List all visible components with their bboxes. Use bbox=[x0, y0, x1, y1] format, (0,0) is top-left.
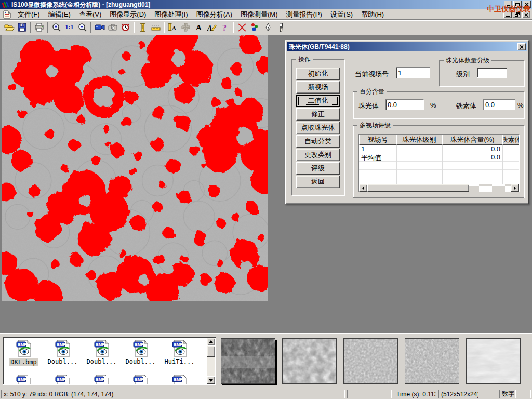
current-field-label: 当前视场号 bbox=[355, 70, 389, 79]
pick-pearlite-button[interactable]: 点取珠光体 bbox=[296, 122, 340, 134]
current-field-input[interactable] bbox=[396, 67, 430, 78]
scrollbar-thumb[interactable] bbox=[207, 345, 215, 357]
video-camera-icon[interactable] bbox=[93, 21, 106, 33]
maximize-button[interactable] bbox=[513, 1, 522, 8]
col-field[interactable]: 视场号 bbox=[359, 135, 396, 145]
menu-view[interactable]: 查看(V) bbox=[75, 9, 105, 20]
pearlite-unit: % bbox=[430, 101, 436, 109]
text-icon[interactable]: A bbox=[192, 21, 205, 33]
zoom-in-icon[interactable] bbox=[50, 21, 63, 33]
title-bar[interactable]: IS100显微摄像系统(金相分析版) - [zhuguangti01] bbox=[0, 0, 532, 9]
menu-help[interactable]: 帮助(H) bbox=[357, 9, 388, 20]
ruler-icon[interactable] bbox=[149, 21, 162, 33]
thumbnail[interactable] bbox=[282, 338, 337, 384]
file-item[interactable]: BMP Doubl... bbox=[43, 340, 82, 366]
table-hscrollbar[interactable] bbox=[359, 184, 519, 192]
thumbnail[interactable] bbox=[466, 338, 521, 384]
dialog-close-icon[interactable] bbox=[517, 43, 526, 50]
ferrite-percent-input[interactable] bbox=[483, 99, 515, 110]
zoom-out-icon[interactable] bbox=[76, 21, 89, 33]
brush-tool-icon[interactable] bbox=[274, 21, 287, 33]
file-list-scrollbar[interactable] bbox=[207, 338, 215, 384]
menu-settings[interactable]: 设置(S) bbox=[326, 9, 357, 20]
svg-text:A: A bbox=[207, 24, 212, 32]
file-item[interactable]: BMP bbox=[43, 375, 82, 385]
file-item[interactable]: BMP bbox=[4, 375, 43, 385]
file-list[interactable]: BMP DKF.bmp BMP Doubl... BMP Doubl... BM… bbox=[3, 337, 216, 385]
thumbnail[interactable] bbox=[343, 338, 398, 384]
correct-button[interactable]: 修正 bbox=[296, 108, 340, 121]
percent-group-label: 百分含量 bbox=[357, 87, 387, 96]
cell-pearlite: 0.0 bbox=[442, 145, 502, 153]
mdi-close-button[interactable] bbox=[522, 11, 530, 18]
col-ferrite[interactable]: 铁素体含量(%) bbox=[502, 135, 520, 145]
thumbnail[interactable] bbox=[221, 338, 275, 384]
file-item[interactable]: BMP DKF.bmp bbox=[4, 340, 43, 366]
curve-tool-icon[interactable] bbox=[235, 21, 248, 33]
level-input[interactable] bbox=[477, 68, 507, 78]
thumbnail[interactable] bbox=[405, 338, 459, 384]
table-body: 1 0.0 平均值 0.0 bbox=[359, 145, 519, 184]
grid-cross-icon[interactable] bbox=[179, 21, 192, 33]
auto-classify-button[interactable]: 自动分类 bbox=[296, 135, 340, 148]
caliper-icon[interactable] bbox=[136, 21, 149, 33]
menu-edit[interactable]: 编辑(E) bbox=[44, 9, 75, 20]
scroll-down-icon[interactable] bbox=[207, 376, 215, 384]
status-blank-1 bbox=[347, 390, 392, 398]
cell-field: 1 bbox=[359, 145, 396, 153]
grade-button[interactable]: 评级 bbox=[296, 162, 340, 175]
mdi-minimize-button[interactable] bbox=[503, 11, 512, 18]
col-grade[interactable]: 珠光体级别 bbox=[396, 135, 442, 145]
col-pearlite[interactable]: 珠光体含量(%) bbox=[442, 135, 502, 145]
document-system-icon[interactable] bbox=[3, 10, 11, 19]
return-button[interactable]: 返回 bbox=[296, 176, 340, 188]
binarize-button[interactable]: 二值化 bbox=[296, 95, 340, 107]
file-item[interactable]: BMP Doubl... bbox=[121, 340, 160, 366]
pearlite-percent-input[interactable] bbox=[385, 99, 424, 110]
svg-text:BMP: BMP bbox=[57, 342, 65, 347]
status-blank-2 bbox=[481, 390, 497, 398]
open-folder-icon[interactable] bbox=[3, 21, 16, 33]
file-item[interactable]: BMP bbox=[82, 375, 121, 385]
scrollbar-thumb[interactable] bbox=[367, 184, 469, 192]
pen-tool-icon[interactable] bbox=[261, 21, 274, 33]
metallographic-image[interactable] bbox=[2, 35, 268, 301]
svg-text:?: ? bbox=[222, 23, 227, 32]
table-row[interactable]: 1 0.0 bbox=[359, 145, 519, 153]
table-row-empty bbox=[359, 170, 519, 178]
timer-clock-icon[interactable] bbox=[119, 21, 132, 33]
help-icon[interactable]: ? bbox=[218, 21, 231, 33]
menu-file[interactable]: 文件(F) bbox=[14, 9, 44, 20]
snapshot-camera-icon[interactable] bbox=[106, 21, 119, 33]
dialog-title-bar[interactable]: 珠光体(GB/T9441-88) bbox=[287, 42, 527, 51]
multiview-table[interactable]: 视场号 珠光体级别 珠光体含量(%) 铁素体含量(%) 1 0.0 bbox=[358, 134, 520, 192]
measure-label-icon[interactable]: A bbox=[166, 21, 179, 33]
status-time: Time (s): 0.113 bbox=[394, 390, 436, 398]
menu-report[interactable]: 测量报告(P) bbox=[282, 9, 326, 20]
close-button[interactable] bbox=[523, 1, 531, 8]
save-icon[interactable] bbox=[16, 21, 29, 33]
new-field-button[interactable]: 新视场 bbox=[296, 81, 340, 94]
svg-text:BMP: BMP bbox=[18, 342, 26, 347]
app-logo-icon bbox=[2, 1, 9, 8]
menu-image-analysis[interactable]: 图像分析(A) bbox=[192, 9, 236, 20]
actual-size-icon[interactable]: 1:1 bbox=[63, 21, 76, 33]
file-item[interactable]: BMP HuiTi... bbox=[160, 340, 199, 366]
file-item[interactable]: BMP Doubl... bbox=[82, 340, 121, 366]
particle-classify-icon[interactable] bbox=[248, 21, 261, 33]
menu-image-process[interactable]: 图像处理(I) bbox=[150, 9, 192, 20]
table-row[interactable]: 平均值 0.0 bbox=[359, 153, 519, 162]
print-icon[interactable] bbox=[33, 21, 46, 33]
minimize-button[interactable] bbox=[504, 1, 512, 8]
menu-image-display[interactable]: 图像显示(D) bbox=[105, 9, 150, 20]
scroll-up-icon[interactable] bbox=[207, 338, 215, 345]
mdi-restore-button[interactable] bbox=[513, 11, 521, 18]
scroll-right-icon[interactable] bbox=[511, 184, 519, 192]
scroll-left-icon[interactable] bbox=[359, 184, 367, 192]
menu-image-measure[interactable]: 图像测量(M) bbox=[236, 9, 282, 20]
file-item[interactable]: BMP bbox=[160, 375, 199, 385]
change-class-button[interactable]: 更改类别 bbox=[296, 149, 340, 161]
file-item[interactable]: BMP bbox=[121, 375, 160, 385]
initialize-button[interactable]: 初始化 bbox=[296, 68, 340, 80]
annotate-icon[interactable]: A bbox=[205, 21, 218, 33]
